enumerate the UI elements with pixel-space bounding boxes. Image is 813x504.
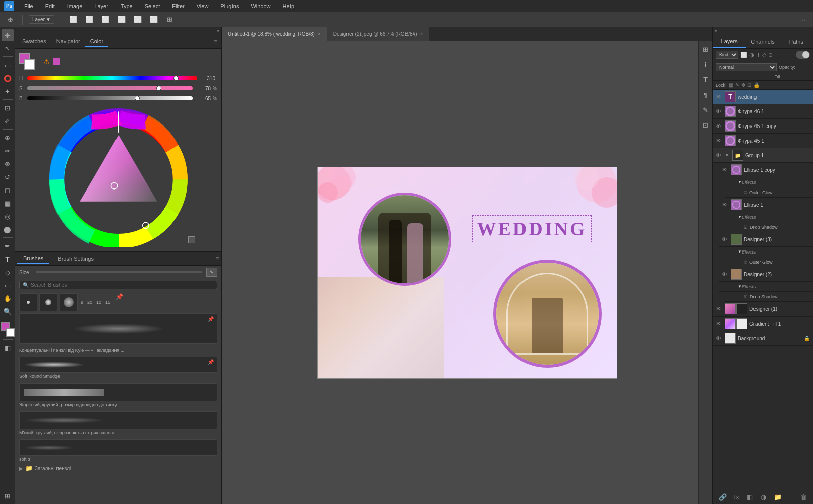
brush-group-folder[interactable]: ▶ 📁 Загальні пензлі [19, 462, 217, 475]
menu-edit[interactable]: Edit [43, 2, 57, 10]
heal-tool[interactable]: ⊕ [2, 132, 14, 144]
brush-preview-soft-round[interactable]: 📌 [19, 357, 217, 373]
brush-pin-icon[interactable]: 📌 [115, 293, 123, 311]
gamut-btn[interactable] [188, 236, 195, 243]
lasso-tool[interactable]: ⭕ [2, 72, 14, 84]
menu-help[interactable]: Help [281, 2, 297, 10]
vis-designer3[interactable]: 👁 [722, 236, 729, 242]
layer-gradient-fill[interactable]: 👁 Gradient Fill 1 [713, 317, 813, 331]
brush-item-pin-2[interactable]: 📌 [208, 359, 214, 365]
eyedropper-tool[interactable]: ✐ [2, 115, 14, 127]
dodge-tool[interactable]: ⬤ [2, 223, 14, 235]
color-panel-menu[interactable]: ≡ [212, 38, 219, 45]
align-middle-btn[interactable]: ⬜ [132, 14, 144, 26]
bg-color-swatch[interactable] [24, 59, 35, 70]
expand-panel-btn[interactable]: » [715, 28, 718, 34]
move-tool[interactable]: ↖ [2, 42, 14, 54]
color-wheel-svg[interactable] [38, 106, 199, 247]
align-left-btn[interactable]: ⬜ [67, 14, 79, 26]
selection-tool[interactable]: ✥ [2, 29, 14, 41]
tab-brush-settings[interactable]: Brush Settings [51, 254, 100, 264]
menu-select[interactable]: Select [143, 2, 162, 10]
lock-transparent-btn[interactable]: ▦ [729, 82, 733, 88]
tab-channels[interactable]: Channels [746, 35, 779, 48]
stamp-tool[interactable]: ⊛ [2, 158, 14, 170]
vis-ellipse1copy[interactable]: 👁 [722, 167, 729, 173]
marquee-tool[interactable]: ▭ [2, 59, 14, 71]
layer-figura45[interactable]: 👁 Фігура 45 1 [713, 134, 813, 148]
menu-filter[interactable]: Filter [170, 2, 186, 10]
magic-wand-tool[interactable]: ✦ [2, 85, 14, 97]
align-top-btn[interactable]: ⬜ [115, 14, 128, 26]
filter-smart-icon[interactable]: ⊙ [768, 52, 773, 58]
hue-value[interactable]: 310 [199, 76, 215, 81]
pen-tool[interactable]: ✒ [2, 240, 14, 252]
filter-toggle[interactable] [796, 51, 810, 59]
canvas-info-btn[interactable]: ℹ [700, 58, 712, 71]
doc-tab-designer[interactable]: Designer (2).jpeg @ 66,7% (RGB/8#) × [327, 27, 430, 41]
background-color[interactable] [6, 328, 15, 337]
lock-position-btn[interactable]: ✥ [741, 82, 745, 88]
canvas-3d-btn[interactable]: ⊡ [700, 119, 712, 131]
sat-track[interactable] [27, 86, 193, 90]
tab-paths[interactable]: Paths [780, 35, 813, 48]
vis-wedding[interactable]: 👁 [716, 94, 723, 100]
brush-group-preview-1[interactable]: 📌 [19, 313, 217, 344]
add-adjustment-btn[interactable]: ◑ [759, 492, 768, 502]
vis-designer2[interactable]: 👁 [722, 271, 729, 277]
tab-brushes[interactable]: Brushes [17, 253, 49, 264]
doc-tab-untitled[interactable]: Untitled-1 @ 18,8% ( wedding, RGB/8) × [222, 27, 327, 41]
filter-shape-icon[interactable]: ◇ [762, 52, 766, 58]
outer-glow-ellipse1copy[interactable]: ◎ Outer Glow [725, 187, 813, 198]
brush-preview-hard-round[interactable] [19, 383, 217, 401]
menu-file[interactable]: File [22, 2, 35, 10]
group1-expand[interactable]: ▼ [725, 153, 729, 158]
brush-search-input[interactable] [31, 282, 214, 288]
align-center-btn[interactable]: ⬜ [83, 14, 95, 26]
effects-ellipse1copy[interactable]: ▼ Effects [719, 177, 813, 187]
hue-track[interactable] [27, 76, 197, 80]
layer-designer1[interactable]: 👁 Designer (1) [713, 302, 813, 317]
menu-image[interactable]: Image [65, 2, 85, 10]
brush-item-pin-1[interactable]: 📌 [208, 316, 214, 322]
menu-type[interactable]: Type [119, 2, 135, 10]
menu-window[interactable]: Window [249, 2, 272, 10]
lock-all-btn[interactable]: 🔒 [753, 82, 760, 88]
filter-adj-icon[interactable]: ◑ [749, 52, 754, 58]
vis-ellipse1[interactable]: 👁 [722, 202, 729, 208]
drop-shadow-ellipse1[interactable]: ◱ Drop Shadow [725, 222, 813, 232]
lock-image-btn[interactable]: ✎ [735, 82, 739, 88]
bri-value[interactable]: 65 [195, 96, 211, 101]
add-fx-btn[interactable]: fx [732, 492, 741, 502]
tab-swatches[interactable]: Swatches [17, 36, 51, 47]
color-indicator[interactable] [1, 322, 15, 337]
vis-background[interactable]: 👁 [716, 335, 723, 341]
tab-navigator[interactable]: Navigator [51, 36, 85, 47]
effects-ellipse1[interactable]: ▼ Effects [719, 212, 813, 222]
layer-ellipse1copy[interactable]: 👁 Ellipse 1 copy [719, 163, 813, 177]
delete-layer-btn[interactable]: 🗑 [798, 492, 809, 502]
blend-mode-select[interactable]: Normal [716, 63, 777, 71]
bri-thumb[interactable] [135, 96, 140, 101]
crop-tool[interactable]: ⊡ [2, 102, 14, 114]
history-tool[interactable]: ↺ [2, 171, 14, 183]
layer-group1[interactable]: 👁 ▼ 📁 Group 1 [713, 148, 813, 163]
gradient-tool[interactable]: ▦ [2, 197, 14, 209]
hand-tool[interactable]: ✋ [2, 292, 14, 304]
link-layers-btn[interactable]: 🔗 [717, 492, 729, 502]
brush-tool[interactable]: ✏ [2, 145, 14, 157]
layer-figura46[interactable]: 👁 Фігура 46 1 [713, 104, 813, 119]
text-tool[interactable]: T [2, 253, 14, 265]
layer-background[interactable]: 👁 Background 🔒 [713, 331, 813, 346]
brush-panel-menu[interactable]: ≡ [216, 255, 219, 262]
filter-text-icon[interactable]: T [757, 52, 760, 58]
add-layer-btn[interactable]: + [787, 492, 795, 502]
brush-size-edit-btn[interactable]: ✎ [206, 268, 217, 277]
vis-figura45[interactable]: 👁 [716, 138, 723, 144]
menu-plugins[interactable]: Plugins [218, 2, 241, 10]
brush-preview-soft-opacity[interactable] [19, 411, 217, 429]
sat-value[interactable]: 78 [195, 86, 211, 91]
preset-large[interactable] [60, 293, 78, 311]
layer-wedding-text[interactable]: 👁 T wedding [713, 90, 813, 104]
preset-medium[interactable] [39, 293, 57, 311]
